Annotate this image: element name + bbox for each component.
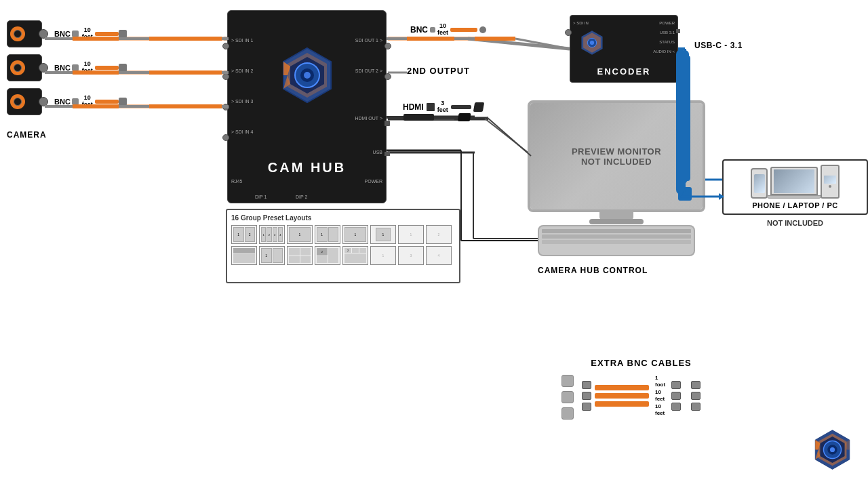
- svg-line-71: [487, 117, 531, 156]
- port-power: POWER: [365, 179, 382, 184]
- bnc-label-1: BNC: [54, 30, 71, 38]
- bnc-conn-r4: [691, 381, 701, 389]
- port-hdmi-out: HDMI OUT >: [355, 116, 382, 121]
- svg-line-17: [485, 119, 532, 156]
- preset-10: 1: [259, 246, 285, 265]
- bnc-out-feet: 10 feet: [437, 23, 448, 37]
- port-rj45: RJ45: [231, 179, 242, 184]
- bottom-right-hex-logo: [810, 428, 854, 472]
- preset-13: 2: [342, 246, 368, 265]
- bnc-end-1: [119, 30, 127, 38]
- enc-port-sdi: > SDI IN: [573, 21, 589, 25]
- bnc-port-2: [222, 73, 229, 80]
- bnc-connector-1: [72, 30, 79, 37]
- port-sdi-out-1: SDI OUT 1 >: [355, 38, 382, 43]
- keyboard-row-1: [542, 229, 691, 233]
- monitor-text-line2: NOT INCLUDED: [581, 157, 652, 167]
- hdmi-connector-left: [427, 103, 435, 111]
- keyboard-row-2: [542, 235, 691, 239]
- preset-7: 1: [398, 225, 424, 244]
- port-dip2: DIP 2: [296, 195, 307, 199]
- bnc-out-end: [479, 26, 486, 33]
- phone-laptop-section: PHONE / LAPTOP / PC NOT INCLUDED: [722, 159, 868, 227]
- camera-1: BNC 10 feet: [7, 20, 127, 47]
- svg-line-12: [468, 39, 570, 49]
- port-sdi-in-4: > SDI IN 4: [231, 129, 253, 134]
- monitor-text-line1: PREVIEW MONITOR: [572, 146, 661, 157]
- bnc-out-section: BNC 10 feet: [410, 23, 486, 37]
- enc-port-usb: USB 3.1: [660, 30, 675, 35]
- bnc-conn-l1: [582, 381, 591, 389]
- encoder-logo: [578, 29, 606, 59]
- phone-laptop-title: PHONE / LAPTOP / PC: [730, 201, 860, 209]
- bnc-port-4: [222, 134, 229, 141]
- encoder-bnc-in: [565, 29, 572, 36]
- preset-6: 1: [370, 225, 396, 244]
- hdmi-connector-right: [473, 102, 484, 112]
- bnc-right-connectors: [671, 381, 681, 411]
- svg-line-66: [515, 39, 570, 49]
- feet-label-1: 10 feet: [82, 27, 93, 41]
- port-sdi-in-3: > SDI IN 3: [231, 99, 253, 104]
- preset-title: 16 Group Preset Layouts: [231, 214, 455, 222]
- encoder-device: > SDI IN POWER USB 3.1 STATUS AUDIO IN <…: [570, 15, 678, 83]
- port-dip1: DIP 1: [255, 195, 267, 199]
- bnc-lengths: 1foot 10feet 10feet: [655, 375, 665, 417]
- camera-body-1: [7, 20, 42, 47]
- device-icons: [730, 165, 860, 199]
- camhub-logo-area: [277, 45, 338, 108]
- preset-8: 2: [426, 225, 452, 244]
- preset-row-1: 1 2 1 2 3 4 1 1 1: [231, 225, 455, 244]
- bnc-len-3: 10feet: [655, 403, 665, 416]
- usbc-arrow: [676, 178, 690, 187]
- svg-point-37: [590, 41, 594, 45]
- bnc-conn-r2: [671, 392, 681, 400]
- phone-laptop-box: PHONE / LAPTOP / PC: [722, 159, 868, 215]
- bnc-conn-r3: [671, 403, 681, 411]
- camera-body-3: [7, 88, 42, 115]
- svg-rect-70: [458, 113, 471, 121]
- preset-1: 1 2: [231, 225, 257, 244]
- preset-9: [231, 246, 257, 265]
- encoder-label: ENCODER: [597, 66, 650, 77]
- bnc-cable-2: [595, 393, 649, 399]
- bnc-out-port-2: [384, 73, 391, 80]
- bnc-end-3: [119, 98, 127, 106]
- usba-plug: [678, 187, 692, 201]
- logo-bottom-right: [810, 428, 854, 474]
- bnc-port-3: [222, 104, 229, 110]
- not-included-label: NOT INCLUDED: [722, 219, 868, 227]
- camhub-hex-logo: [277, 45, 338, 106]
- bnc-cable-1: [595, 385, 649, 390]
- bnc-conn-r6: [691, 403, 701, 411]
- port-usb: USB: [373, 150, 382, 155]
- bnc-out-label: BNC: [410, 25, 428, 35]
- port-sdi-in-2: > SDI IN 2: [231, 68, 253, 73]
- hdmi-section: HDMI 3 feet: [403, 100, 484, 114]
- preset-12: 2: [315, 246, 340, 265]
- enc-port-status: STATUS: [659, 40, 675, 44]
- svg-rect-68: [403, 114, 434, 121]
- bnc-len-2: 10feet: [655, 389, 665, 402]
- camhub-device: > SDI IN 1 > SDI IN 2 > SDI IN 3 > SDI I…: [227, 10, 387, 203]
- camera-2: BNC 10 feet: [7, 54, 127, 81]
- bnc-conn-l2: [582, 392, 591, 400]
- bnc-out-connector: [430, 27, 435, 33]
- bnc-end-2: [119, 64, 127, 72]
- barrel-3: [561, 407, 574, 420]
- extra-bnc-section: EXTRA BNC CABLES 1foot 10feet 10feet: [582, 358, 701, 417]
- preset-2: 1 2 3 4: [259, 225, 285, 244]
- cable-2: [95, 66, 119, 70]
- hdmi-port: [384, 121, 390, 126]
- hdmi-cable: [451, 105, 471, 109]
- bnc-right-connectors-2: [691, 381, 701, 411]
- phone-icon: [751, 168, 768, 199]
- enc-port-audio: AUDIO IN <: [653, 49, 675, 54]
- usbc-cable: [681, 56, 690, 181]
- feet-label-2: 10 feet: [82, 61, 93, 75]
- barrel-1: [561, 375, 574, 387]
- bnc-out-cable: [450, 28, 477, 32]
- svg-point-31: [304, 72, 311, 79]
- preset-4: 1: [315, 225, 340, 244]
- camera-main-label: CAMERA: [7, 130, 47, 140]
